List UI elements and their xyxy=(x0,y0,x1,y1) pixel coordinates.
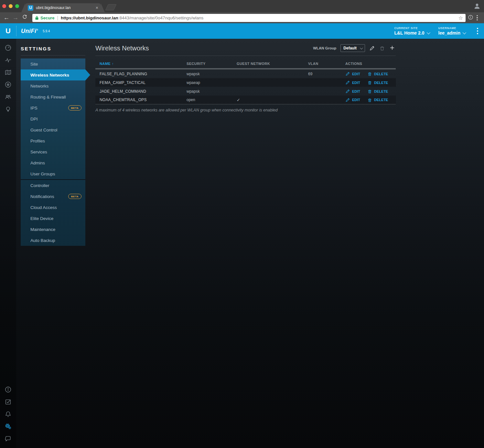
menu-item-user-groups[interactable]: User Groups xyxy=(21,168,85,179)
network-name: NOAA_CHEMTRAIL_OPS xyxy=(95,98,187,102)
menu-item-routing-firewall[interactable]: Routing & Firewall xyxy=(21,91,85,102)
edit-wlan-group-icon[interactable] xyxy=(369,45,375,51)
current-site-selector[interactable]: CURRENT SITE L&L Home 2.0 xyxy=(394,26,429,36)
secure-indicator[interactable]: Secure xyxy=(35,16,54,20)
header-divider xyxy=(16,26,16,36)
guest-network-checkmark: ✓ xyxy=(237,98,308,102)
map-icon[interactable] xyxy=(5,69,12,76)
menu-item-site[interactable]: Site xyxy=(21,58,85,69)
page-title: Wireless Networks xyxy=(95,45,149,52)
url-bar[interactable]: Secure | https://ubnt.bigdinosaur.lan :8… xyxy=(32,14,466,22)
insights-icon[interactable] xyxy=(5,106,12,113)
username-value: lee_admin xyxy=(438,30,460,36)
network-vlan: 69 xyxy=(308,72,345,76)
network-security: wpaeap xyxy=(187,80,237,85)
unifi-header: U UniFi® 5.9.4 CURRENT SITE L&L Home 2.0… xyxy=(0,23,484,39)
extension-info-icon[interactable] xyxy=(466,15,475,21)
forward-icon[interactable]: → xyxy=(11,14,20,21)
chevron-down-icon xyxy=(426,31,430,34)
window-zoom-button[interactable] xyxy=(15,4,19,8)
unifi-favicon-icon: U xyxy=(28,5,33,11)
network-name: FALSE_FLAG_PLANNING xyxy=(95,72,187,76)
username-label: USERNAME xyxy=(438,26,465,30)
title-divider xyxy=(95,56,396,56)
url-separator: | xyxy=(57,15,58,20)
devices-icon[interactable] xyxy=(5,81,12,88)
url-path: :8443/manage/site/0o47nqu6/settings/wlan… xyxy=(118,16,203,20)
menu-item-admins[interactable]: Admins xyxy=(21,157,85,168)
browser-tabstrip: U ubnt.bigdinosaur.lan × xyxy=(0,0,484,12)
menu-item-controller[interactable]: Controller xyxy=(21,180,85,191)
username-menu[interactable]: USERNAME lee_admin xyxy=(438,26,465,36)
ubiquiti-logo[interactable]: U xyxy=(0,27,16,35)
column-header-vlan[interactable]: VLAN xyxy=(308,62,345,66)
chat-icon[interactable] xyxy=(5,435,12,442)
controller-version: 5.9.4 xyxy=(43,29,50,33)
browser-profile-avatar[interactable] xyxy=(473,2,481,10)
menu-item-cloud-access[interactable]: Cloud Access xyxy=(21,202,85,213)
window-close-button[interactable] xyxy=(2,4,6,8)
browser-tab[interactable]: U ubnt.bigdinosaur.lan × xyxy=(25,3,101,12)
window-minimize-button[interactable] xyxy=(9,4,13,8)
wlan-group-select[interactable]: Default xyxy=(340,44,365,52)
column-header-actions: ACTIONS xyxy=(345,62,396,66)
delete-button[interactable]: DELETE xyxy=(367,89,388,94)
events-icon[interactable] xyxy=(5,398,12,405)
settings-gear-icon[interactable] xyxy=(5,423,12,430)
menu-item-services[interactable]: Services xyxy=(21,146,85,157)
menu-item-notifications[interactable]: NotificationsBETA xyxy=(21,191,85,202)
table-row: JADE_HELM_COMMAND wpapsk EDIT DELETE xyxy=(95,87,396,96)
nav-rail xyxy=(0,39,16,448)
delete-wlan-group-icon[interactable] xyxy=(379,45,385,51)
header-more-menu-icon[interactable] xyxy=(474,28,481,34)
screen: U ubnt.bigdinosaur.lan × ← → Secure | xyxy=(0,0,484,448)
menu-item-ips[interactable]: IPSBETA xyxy=(21,102,85,113)
menu-item-maintenance[interactable]: Maintenance xyxy=(21,224,85,235)
unifi-wordmark: UniFi® xyxy=(21,28,38,35)
menu-item-profiles[interactable]: Profiles xyxy=(21,135,85,146)
window-controls xyxy=(2,4,19,8)
clients-icon[interactable] xyxy=(5,93,12,100)
edit-button[interactable]: EDIT xyxy=(345,98,360,102)
wireless-networks-table: NAME↑ SECURITY GUEST NETWORK VLAN ACTION… xyxy=(95,60,396,104)
dashboard-icon[interactable] xyxy=(5,44,12,51)
column-header-name[interactable]: NAME↑ xyxy=(95,62,187,66)
menu-item-networks[interactable]: Networks xyxy=(21,80,85,91)
delete-button[interactable]: DELETE xyxy=(367,80,388,85)
edit-button[interactable]: EDIT xyxy=(345,80,360,85)
browser-menu-icon[interactable] xyxy=(477,15,478,21)
edit-button[interactable]: EDIT xyxy=(345,71,360,76)
column-header-guest-network[interactable]: GUEST NETWORK xyxy=(237,62,308,66)
add-wlan-group-icon[interactable] xyxy=(389,45,396,51)
padlock-icon xyxy=(35,16,39,20)
table-header-row: NAME↑ SECURITY GUEST NETWORK VLAN ACTION… xyxy=(95,60,396,67)
beta-badge: BETA xyxy=(68,105,81,110)
column-header-security[interactable]: SECURITY xyxy=(187,62,237,66)
alerts-bell-icon[interactable] xyxy=(5,411,12,418)
menu-item-wireless-networks[interactable]: Wireless Networks xyxy=(21,69,85,80)
delete-button[interactable]: DELETE xyxy=(367,98,388,102)
edit-button[interactable]: EDIT xyxy=(345,89,360,94)
settings-panel-title: SETTINGS xyxy=(21,46,51,51)
url-domain: https://ubnt.bigdinosaur.lan xyxy=(61,16,118,20)
reload-icon[interactable] xyxy=(20,14,29,21)
back-icon[interactable]: ← xyxy=(2,14,11,21)
table-row: FEMA_CAMP_TACTICAL wpaeap EDIT DELETE xyxy=(95,78,396,87)
table-row: FALSE_FLAG_PLANNING wpapsk 69 EDIT DELET… xyxy=(95,69,396,78)
menu-item-dpi[interactable]: DPI xyxy=(21,113,85,124)
beta-badge: BETA xyxy=(68,194,81,199)
menu-item-elite-device[interactable]: Elite Device xyxy=(21,213,85,224)
tab-close-icon[interactable]: × xyxy=(96,5,98,10)
new-tab-button[interactable] xyxy=(105,4,117,10)
menu-item-guest-control[interactable]: Guest Control xyxy=(21,124,85,135)
wlan-group-controls: WLAN Group Default xyxy=(313,44,396,52)
menu-item-auto-backup[interactable]: Auto Backup xyxy=(21,235,85,246)
bookmark-star-icon[interactable]: ☆ xyxy=(458,15,463,21)
delete-button[interactable]: DELETE xyxy=(367,71,388,76)
info-icon[interactable] xyxy=(5,386,12,393)
current-site-value: L&L Home 2.0 xyxy=(394,30,424,36)
network-name: JADE_HELM_COMMAND xyxy=(95,89,187,94)
chevron-down-icon xyxy=(463,31,466,34)
statistics-icon[interactable] xyxy=(5,57,12,64)
settings-title-divider xyxy=(21,55,85,56)
